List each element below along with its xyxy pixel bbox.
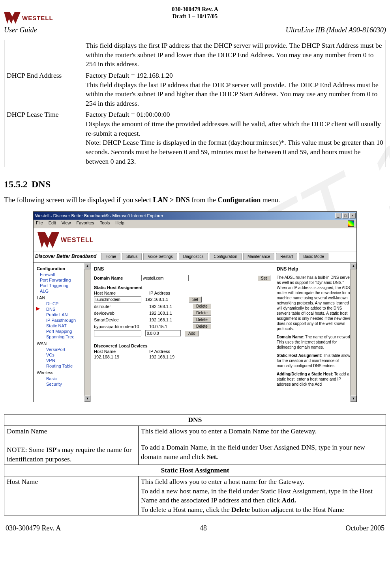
- menu-favorites[interactable]: Favorites: [76, 220, 94, 228]
- sidebar-wan-label: WAN: [37, 341, 90, 346]
- disc-col-ip: IP Address: [149, 349, 170, 354]
- sidebar-porttrig[interactable]: Port Triggering: [37, 283, 90, 288]
- intro-b1: LAN > DNS: [153, 196, 189, 204]
- ip-input-5[interactable]: [145, 330, 181, 336]
- sidebar-lan-label: LAN: [37, 295, 90, 300]
- sidebar-portfwd[interactable]: Port Forwarding: [37, 277, 90, 283]
- ip-3: 192.168.1.1: [149, 317, 189, 322]
- tab-basicmode[interactable]: Basic Mode: [299, 253, 328, 260]
- dns-heading-cell: DNS: [4, 414, 386, 426]
- domain-right-l2: To add a Domain Name, in the field under…: [141, 443, 383, 461]
- maximize-icon[interactable]: □: [342, 213, 349, 218]
- row3-delete-button[interactable]: Delete: [193, 317, 211, 323]
- row2-delete-button[interactable]: Delete: [193, 310, 211, 316]
- row2-label: DHCP End Address: [4, 70, 83, 109]
- footer-page-number: 48: [200, 524, 207, 532]
- host-right-l3c: button adjacent to the Host Name: [250, 506, 344, 513]
- sidebar-dns-label: DNS: [46, 307, 55, 312]
- window-title: Westell - Discover Better Broadband® - M…: [35, 213, 163, 218]
- domain-name-label: Domain Name: [94, 276, 137, 280]
- scroll-down-icon[interactable]: ▼: [84, 396, 90, 402]
- sidebar-routing[interactable]: Routing Table: [37, 363, 90, 369]
- host-right-l3a: To delete a Host name, click the: [141, 506, 231, 513]
- domain-right-cell: This field allows you to enter a Domain …: [139, 426, 386, 465]
- browser-menubar: File Edit View Favorites Tools Help: [34, 220, 356, 228]
- sidebar-security[interactable]: Security: [37, 381, 90, 387]
- sidebar-firewall[interactable]: Firewall: [37, 272, 90, 277]
- user-guide-label: User Guide: [4, 26, 37, 34]
- sidebar-spanning[interactable]: Spanning Tree: [37, 334, 90, 340]
- sidebar-publiclan[interactable]: Public LAN: [37, 312, 90, 317]
- section-number: 15.5.2: [4, 179, 28, 190]
- tab-maintenance[interactable]: Maintenance: [243, 253, 274, 260]
- tab-diagnostics[interactable]: Diagnostics: [179, 253, 208, 260]
- host-2: deviceweb: [94, 311, 145, 315]
- footer-left: 030-300479 Rev. A: [6, 524, 61, 532]
- row5-add-button[interactable]: Add: [185, 330, 199, 336]
- help-sha-b: Static Host Assignment: [277, 353, 321, 358]
- sidebar-ippass[interactable]: IP Passthrough: [37, 317, 90, 323]
- menu-help[interactable]: Help: [115, 220, 124, 228]
- ip-0: 192.168.1.1: [145, 297, 185, 302]
- footer-right: October 2005: [346, 524, 384, 532]
- domain-right-l2b: Set.: [207, 453, 218, 461]
- menu-view[interactable]: View: [62, 220, 71, 228]
- scroll-up-icon[interactable]: ▲: [84, 263, 90, 269]
- ip-4: 10.0.15.1: [149, 324, 189, 329]
- help-domainname: Domain Name: The name of your network. T…: [277, 334, 354, 350]
- tab-home[interactable]: Home: [101, 253, 120, 260]
- row0-set-button[interactable]: Set: [189, 297, 202, 302]
- host-1: dslrouter: [94, 304, 145, 309]
- intro-b2: Configuration: [218, 196, 261, 204]
- tab-configuration[interactable]: Configuration: [210, 253, 242, 260]
- host-right-l2: To add a new host name, in the field und…: [141, 487, 383, 505]
- row1-label: [4, 40, 83, 70]
- intro-pre: The following screen will be displayed i…: [4, 196, 153, 204]
- host-right-l2b: Add.: [282, 496, 296, 504]
- page-logo-text: WESTELL: [61, 237, 94, 244]
- sidebar-vpn[interactable]: VPN: [37, 358, 90, 363]
- help-scrollbar[interactable]: ▲ ▼: [350, 263, 356, 402]
- scroll-down-icon[interactable]: ▼: [351, 396, 356, 402]
- sidebar-alg[interactable]: ALG: [37, 288, 90, 294]
- window-titlebar: Westell - Discover Better Broadband® - M…: [34, 212, 356, 220]
- sidebar-versaport[interactable]: VersaPort: [37, 347, 90, 352]
- static-host-heading-cell: Static Host Assignment: [4, 465, 386, 476]
- host-input-0[interactable]: [94, 296, 141, 302]
- tab-status[interactable]: Status: [122, 253, 142, 260]
- row4-delete-button[interactable]: Delete: [193, 323, 211, 329]
- host-4: bypassipaddrmodem10: [94, 324, 145, 329]
- menu-edit[interactable]: Edit: [49, 220, 56, 228]
- host-right-l1: This field allows you to enter a host na…: [141, 477, 383, 487]
- sidebar-scrollbar[interactable]: ▲ ▼: [84, 263, 90, 402]
- tab-voice[interactable]: Voice Settings: [143, 253, 177, 260]
- domain-right-l2a: To add a Domain Name, in the field under…: [141, 443, 365, 461]
- menu-file[interactable]: File: [36, 220, 43, 228]
- menu-tools[interactable]: Tools: [100, 220, 110, 228]
- domain-set-button[interactable]: Set: [257, 275, 270, 281]
- sidebar-vcs[interactable]: VCs: [37, 352, 90, 358]
- tab-restart[interactable]: Restart: [276, 253, 297, 260]
- help-heading: DNS Help: [277, 266, 354, 273]
- row1-delete-button[interactable]: Delete: [193, 303, 211, 309]
- help-p1: The ADSL router has a built-in DNS serve…: [277, 275, 354, 331]
- main-area: Configuration Firewall Port Forwarding P…: [34, 262, 356, 402]
- col-ipaddress: IP Address: [149, 291, 170, 295]
- sidebar-dns[interactable]: DNS: [37, 306, 90, 312]
- sidebar-staticnat[interactable]: Static NAT: [37, 323, 90, 329]
- minimize-icon[interactable]: _: [335, 213, 341, 218]
- model-title: UltraLine IIB (Model A90-816030): [286, 26, 386, 34]
- sidebar: Configuration Firewall Port Forwarding P…: [34, 263, 91, 402]
- sidebar-portmap[interactable]: Port Mapping: [37, 329, 90, 334]
- intro-post: menu.: [261, 196, 280, 204]
- row3-label: DHCP Lease Time: [4, 109, 83, 167]
- ie-icon: [348, 220, 354, 227]
- host-input-5[interactable]: [94, 330, 141, 336]
- sidebar-dhcp[interactable]: DHCP: [37, 301, 90, 306]
- close-icon[interactable]: ×: [349, 213, 356, 218]
- scroll-up-icon[interactable]: ▲: [351, 263, 356, 269]
- domain-name-input[interactable]: [141, 275, 189, 281]
- discovered-heading: Discovered Local Devices: [94, 343, 270, 348]
- sidebar-basic[interactable]: Basic: [37, 376, 90, 381]
- disc-col-host: Host Name: [94, 349, 145, 354]
